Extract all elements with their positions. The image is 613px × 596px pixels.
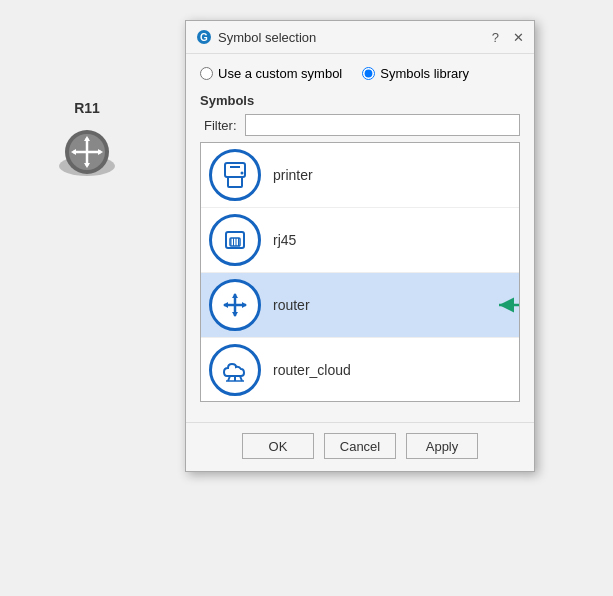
dialog-title: Symbol selection xyxy=(218,30,316,45)
title-bar-controls: ? ✕ xyxy=(492,31,524,44)
title-bar-left: G Symbol selection xyxy=(196,29,316,45)
symbol-name-rj45: rj45 xyxy=(273,232,296,248)
svg-marker-24 xyxy=(232,312,238,317)
symbol-name-router: router xyxy=(273,297,310,313)
symbol-selection-dialog: G Symbol selection ? ✕ Use a custom symb… xyxy=(185,20,535,472)
custom-symbol-option[interactable]: Use a custom symbol xyxy=(200,66,342,81)
ok-button[interactable]: OK xyxy=(242,433,314,459)
dialog-title-bar: G Symbol selection ? ✕ xyxy=(186,21,534,54)
button-row: OK Cancel Apply xyxy=(186,422,534,471)
list-item[interactable]: rj45 xyxy=(201,208,519,273)
svg-point-14 xyxy=(241,172,244,175)
symbol-name-printer: printer xyxy=(273,167,313,183)
symbol-list[interactable]: printer rj45 xyxy=(200,142,520,402)
close-button[interactable]: ✕ xyxy=(513,31,524,44)
svg-rect-11 xyxy=(225,163,245,177)
custom-symbol-radio[interactable] xyxy=(200,67,213,80)
radio-row: Use a custom symbol Symbols library xyxy=(200,66,520,81)
svg-rect-12 xyxy=(228,177,242,187)
svg-marker-26 xyxy=(242,302,247,308)
list-item[interactable]: router_cloud xyxy=(201,338,519,402)
symbol-icon-printer xyxy=(209,149,261,201)
custom-symbol-label: Use a custom symbol xyxy=(218,66,342,81)
background-router: R11 xyxy=(55,100,119,186)
symbols-section-label: Symbols xyxy=(200,93,520,108)
cancel-button[interactable]: Cancel xyxy=(324,433,396,459)
apply-button[interactable]: Apply xyxy=(406,433,478,459)
symbol-name-router-cloud: router_cloud xyxy=(273,362,351,378)
library-label: Symbols library xyxy=(380,66,469,81)
symbol-icon-router-cloud xyxy=(209,344,261,396)
svg-rect-13 xyxy=(230,166,240,168)
router-label: R11 xyxy=(74,100,100,116)
filter-label: Filter: xyxy=(204,118,237,133)
svg-text:G: G xyxy=(200,32,208,43)
svg-marker-25 xyxy=(223,302,228,308)
dialog-body: Use a custom symbol Symbols library Symb… xyxy=(186,54,534,414)
list-item[interactable]: printer xyxy=(201,143,519,208)
filter-input[interactable] xyxy=(245,114,521,136)
library-option[interactable]: Symbols library xyxy=(362,66,469,81)
library-radio[interactable] xyxy=(362,67,375,80)
symbol-icon-router xyxy=(209,279,261,331)
svg-marker-23 xyxy=(232,293,238,298)
router-bg-icon xyxy=(55,122,119,186)
symbol-icon-rj45 xyxy=(209,214,261,266)
annotation-arrow-1: 1 xyxy=(489,290,520,320)
list-item[interactable]: router 1 xyxy=(201,273,519,338)
help-button[interactable]: ? xyxy=(492,31,499,44)
filter-row: Filter: xyxy=(200,114,520,136)
dialog-icon: G xyxy=(196,29,212,45)
